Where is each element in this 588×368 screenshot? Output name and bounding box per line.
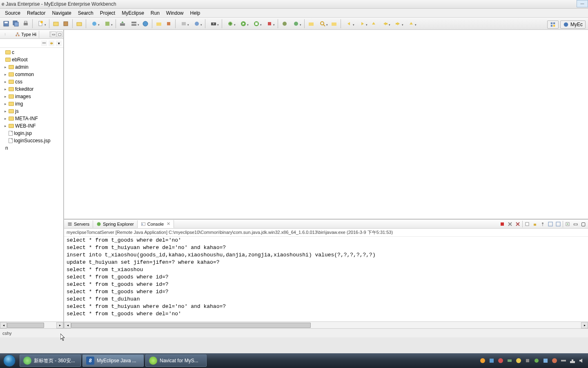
remove-terminated-button[interactable] [507, 221, 513, 227]
start-button[interactable] [0, 353, 19, 368]
tree-item[interactable]: n [0, 144, 63, 152]
open-type-button[interactable] [307, 19, 316, 28]
terminate-button[interactable] [499, 221, 506, 227]
menu-navigate[interactable]: Navigate [49, 9, 74, 17]
minimize-view-button[interactable]: ▭ [51, 31, 56, 37]
expander-icon[interactable]: ▸ [3, 124, 7, 128]
tree-item[interactable]: ▸META-INF [0, 115, 63, 122]
new-package-button[interactable] [290, 19, 302, 28]
console-hscroll[interactable]: ◂ ▸ [64, 321, 588, 328]
volume-icon[interactable] [578, 357, 585, 364]
tray-icon[interactable] [551, 357, 558, 364]
tab-servers[interactable]: Servers [64, 220, 93, 228]
save-all-button[interactable] [11, 19, 20, 28]
folder-button[interactable] [154, 19, 163, 28]
tree-item[interactable]: ▸img [0, 100, 63, 108]
menu-refactor[interactable]: Refactor [24, 9, 49, 17]
taskbar-item-myeclipse[interactable]: 8 MyEclipse Java ... [82, 355, 144, 367]
view-menu-button[interactable]: ▾ [56, 40, 62, 46]
open-resource-button[interactable] [330, 19, 339, 28]
tree-item[interactable]: ▸js [0, 108, 63, 115]
forward-button[interactable] [392, 19, 404, 28]
taskbar-item-navicat[interactable]: Navicat for MyS... [145, 355, 207, 367]
tray-icon[interactable] [542, 357, 549, 364]
search-button[interactable] [316, 19, 329, 28]
menu-search[interactable]: Search [75, 9, 97, 17]
taskbar-item-browser[interactable]: 新标签页 - 360安... [20, 355, 81, 367]
tool-e[interactable] [191, 19, 203, 28]
debug-button[interactable] [224, 19, 236, 28]
project-tree[interactable]: cebRoot▸admin▸common▸css▸fckeditor▸image… [0, 48, 63, 321]
tree-item[interactable]: login.jsp [0, 130, 63, 137]
tool-d[interactable] [178, 19, 190, 28]
tab-unknown[interactable]: ✕ [0, 33, 5, 36]
tray-icon[interactable] [524, 357, 531, 364]
nav-prev-button[interactable] [343, 19, 355, 28]
tray-icon[interactable] [479, 357, 486, 364]
scroll-right-button[interactable]: ▸ [56, 322, 63, 328]
maximize-view-button[interactable]: ▢ [57, 31, 62, 37]
display-selected-button[interactable] [547, 221, 554, 227]
tab-console[interactable]: Console ✕ [138, 220, 174, 228]
expander-icon[interactable]: ▸ [3, 117, 7, 121]
menu-source[interactable]: Source [2, 9, 24, 17]
scroll-left-button[interactable]: ◂ [64, 322, 71, 328]
pin-console-button[interactable] [539, 221, 546, 227]
nav-next-button[interactable] [356, 19, 368, 28]
tray-icon[interactable] [506, 357, 513, 364]
scroll-lock-button[interactable] [532, 221, 538, 227]
tree-item[interactable]: ebRoot [0, 56, 63, 63]
camera-button[interactable] [207, 19, 220, 28]
remove-all-button[interactable] [514, 221, 521, 227]
tab-spring-explorer[interactable]: Spring Explorer [93, 220, 138, 228]
tool-a[interactable] [88, 19, 100, 28]
external-tools-button[interactable] [263, 19, 276, 28]
menu-run[interactable]: Run [147, 9, 163, 17]
last-edit-button[interactable] [405, 19, 417, 28]
tree-item[interactable]: loginSuccess.jsp [0, 137, 63, 144]
myeclipse-perspective-button[interactable]: MyEc [560, 20, 586, 29]
menu-window[interactable]: Window [163, 9, 187, 17]
expander-icon[interactable]: ▸ [3, 109, 7, 113]
menu-project[interactable]: Project [97, 9, 118, 17]
tree-item[interactable]: ▸images [0, 93, 63, 100]
close-tab-icon[interactable]: ✕ [167, 221, 170, 227]
console-output[interactable]: select * from t_goods where del='no' sel… [64, 237, 588, 321]
tray-icon[interactable] [533, 357, 540, 364]
tree-item[interactable]: ▸css [0, 78, 63, 85]
tree-item[interactable]: c [0, 49, 63, 56]
run-button[interactable] [237, 19, 249, 28]
new-button[interactable] [35, 19, 47, 28]
minimize-button[interactable]: — [577, 0, 588, 7]
scroll-right-button[interactable]: ▸ [581, 322, 588, 328]
open-button[interactable] [75, 19, 84, 28]
new-console-button[interactable] [564, 221, 571, 227]
back-button[interactable] [379, 19, 391, 28]
print-button[interactable] [21, 19, 30, 28]
tray-icon[interactable] [560, 357, 567, 364]
tray-icon[interactable] [497, 357, 504, 364]
deploy-button[interactable] [118, 19, 127, 28]
menu-help[interactable]: Help [187, 9, 204, 17]
menu-myeclipse[interactable]: MyEclipse [118, 9, 147, 17]
expander-icon[interactable]: ▸ [3, 80, 7, 84]
tool-c[interactable] [164, 19, 173, 28]
minimize-panel-button[interactable]: ▭ [572, 221, 579, 227]
tab-type-hierarchy[interactable]: Type Hi [13, 31, 39, 38]
package-button[interactable] [61, 19, 70, 28]
tray-icon[interactable] [488, 357, 495, 364]
collapse-all-button[interactable] [41, 40, 47, 46]
open-perspective-button[interactable] [547, 20, 559, 29]
network-icon[interactable] [569, 357, 576, 364]
link-editor-button[interactable] [49, 40, 54, 46]
maximize-panel-button[interactable]: ▢ [580, 221, 586, 227]
expander-icon[interactable]: ▸ [3, 102, 7, 106]
new-class-button[interactable] [280, 19, 289, 28]
expander-icon[interactable]: ▸ [3, 65, 7, 69]
sidebar-hscroll[interactable]: ◂ ▸ [0, 321, 63, 328]
save-button[interactable] [2, 19, 11, 28]
tree-item[interactable]: ▸admin [0, 63, 63, 71]
clear-console-button[interactable] [524, 221, 530, 227]
tool-b[interactable] [101, 19, 114, 28]
open-console-button[interactable] [555, 221, 561, 227]
